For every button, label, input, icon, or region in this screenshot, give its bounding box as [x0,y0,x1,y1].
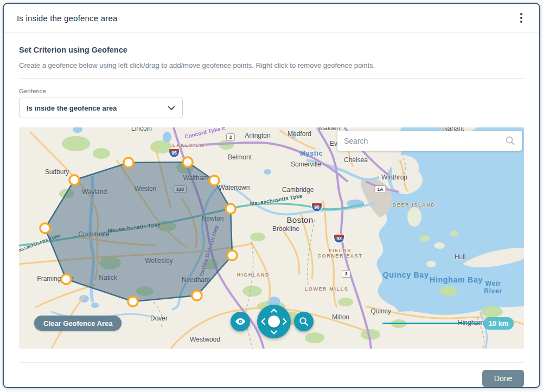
geofence-handle-8[interactable] [128,297,138,306]
section-heading: Set Criterion using Geofence [19,46,524,54]
search-input[interactable] [344,137,505,145]
pan-up-icon[interactable] [270,309,278,313]
geofence-handle-9[interactable] [61,274,71,284]
geofence-handle-6[interactable] [227,250,237,260]
dialog-body: Set Criterion using Geofence Create a ge… [4,33,539,362]
geofence-handle-1[interactable] [69,175,79,185]
visibility-button[interactable] [231,312,250,331]
geofence-select[interactable]: Is inside the geofence area [19,98,183,118]
dialog-title: Is inside the geofence area [17,14,118,23]
dialog-header: Is inside the geofence area [4,4,539,33]
geofence-handle-10[interactable] [40,223,50,233]
geofence-handle-5[interactable] [226,204,235,214]
done-button[interactable]: Done [482,370,524,387]
map-scale-bar [382,323,481,324]
pan-center-handle[interactable] [268,316,280,327]
map-search-box [337,131,522,151]
kebab-menu-icon[interactable] [514,11,528,25]
magnifier-icon [298,316,309,327]
geofence-map[interactable]: LincolnSudburyWaylandWestonWalthamWatert… [19,127,524,349]
geofence-handle-4[interactable] [209,176,219,185]
clear-geofence-button[interactable]: Clear Geofence Area [34,316,122,331]
chevron-down-icon [168,106,175,111]
pan-right-icon[interactable] [283,318,287,325]
geofence-field-label: Geofence [19,88,524,94]
dialog-footer: Done [4,362,539,387]
map-zoom-button[interactable] [294,312,314,331]
geofence-handle-2[interactable] [124,158,133,168]
geofence-handle-7[interactable] [192,291,202,300]
geofence-handle-3[interactable] [183,157,193,167]
section-description: Create a geofence below using left click… [19,61,524,69]
map-scale-label: 10 km [483,317,514,330]
search-icon[interactable] [505,136,515,146]
pan-down-icon[interactable] [270,330,278,335]
geofence-dialog: Is inside the geofence area Set Criterio… [3,3,540,388]
geofence-select-value: Is inside the geofence area [27,104,117,112]
map-pan-control[interactable] [257,305,291,338]
pan-left-icon[interactable] [261,318,265,325]
eye-icon [234,316,246,327]
section-divider [19,78,524,79]
